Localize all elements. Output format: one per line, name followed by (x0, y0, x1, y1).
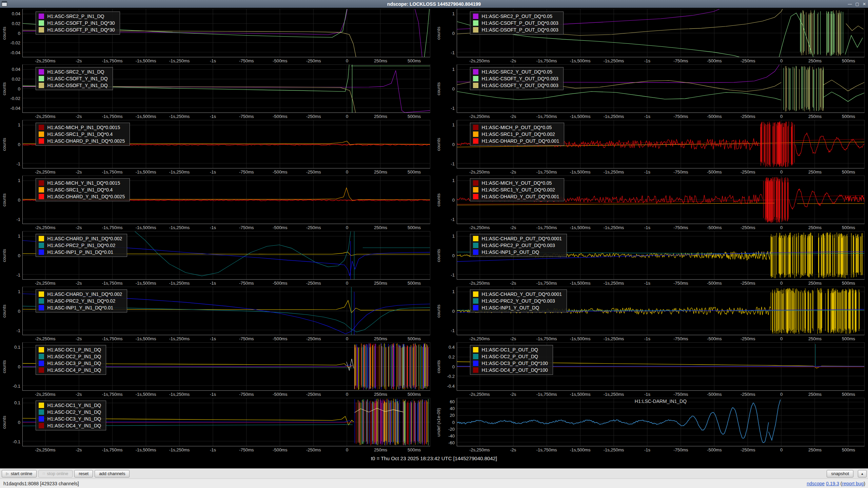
plot-canvas-r1c2[interactable]: H1:ASC-SRC2_P_OUT_DQ*0.05H1:ASC-CSOFT_P_… (457, 9, 865, 57)
plot-canvas-r8c1[interactable]: H1:ASC-DC1_Y_IN1_DQH1:ASC-DC2_Y_IN1_DQH1… (22, 398, 430, 446)
legend-color-swatch (39, 361, 44, 366)
legend-entry: H1:ASC-SRC1_Y_IN1_DQ*0.4 (39, 187, 125, 192)
plot-legend[interactable]: H1:ASC-CHARD_Y_OUT_DQ*0.0001H1:ASC-PRC2_… (470, 289, 567, 312)
legend-color-swatch (473, 347, 478, 352)
legend-entry: H1:ASC-CHARD_Y_IN1_DQ*0.002 (39, 291, 122, 297)
plot-canvas-r6c2[interactable]: H1:ASC-CHARD_Y_OUT_DQ*0.0001H1:ASC-PRC2_… (457, 287, 865, 335)
reset-button[interactable]: reset (74, 470, 93, 477)
legend-channel-label: H1:ASC-CSOFT_Y_IN1_DQ (47, 76, 107, 81)
plot-title: H1:LSC-DARM_IN1_DQ (457, 399, 864, 404)
legend-color-swatch (39, 236, 44, 241)
start-online-button[interactable]: ▷ start online (2, 470, 37, 477)
legend-channel-label: H1:ASC-DSOFT_Y_OUT_DQ*0.003 (481, 83, 558, 88)
legend-channel-label: H1:ASC-PRC2_P_OUT_DQ*0.003 (481, 243, 555, 248)
plot-canvas-r4c1[interactable]: H1:ASC-MICH_Y_IN1_DQ*0.0015H1:ASC-SRC1_Y… (22, 176, 430, 224)
plot-legend[interactable]: H1:ASC-MICH_Y_IN1_DQ*0.0015H1:ASC-SRC1_Y… (36, 178, 130, 201)
y-tick-labels: 10-1 (441, 176, 457, 224)
plot-canvas-r7c1[interactable]: H1:ASC-DC1_P_IN1_DQH1:ASC-DC2_P_IN1_DQH1… (22, 342, 430, 391)
plot-canvas-r3c1[interactable]: H1:ASC-MICH_P_IN1_DQ*0.0015H1:ASC-SRC1_P… (22, 120, 430, 168)
legend-entry: H1:ASC-CHARD_P_IN1_DQ*0.002 (39, 236, 122, 241)
expand-toolbar-button[interactable]: ▲ (858, 470, 867, 477)
plot-canvas-r3c2[interactable]: H1:ASC-MICH_P_OUT_DQ*0.05H1:ASC-SRC1_P_O… (457, 120, 865, 168)
plot-legend[interactable]: H1:ASC-SRC2_Y_OUT_DQ*0.05H1:ASC-CSOFT_Y_… (470, 67, 563, 90)
snapshot-button[interactable]: snapshot (827, 470, 853, 477)
maximize-icon[interactable]: ▢ (855, 2, 859, 6)
legend-color-swatch (473, 125, 478, 130)
legend-channel-label: H1:ASC-DSOFT_Y_IN1_DQ (47, 83, 107, 88)
legend-channel-label: H1:ASC-MICH_Y_IN1_DQ*0.0015 (47, 180, 120, 186)
plot-r2c2: counts10-1H1:ASC-SRC2_Y_OUT_DQ*0.05H1:AS… (436, 64, 867, 120)
plot-canvas-r2c1[interactable]: H1:ASC-SRC2_Y_IN1_DQH1:ASC-CSOFT_Y_IN1_D… (22, 64, 430, 113)
legend-entry: H1:ASC-DC1_P_OUT_DQ (473, 347, 548, 352)
x-tick-labels: -2s,250ms-2s-1s,750ms-1s,500ms-1s,250ms-… (22, 224, 430, 231)
legend-entry: H1:ASC-SRC1_P_OUT_DQ*0.002 (473, 131, 559, 137)
legend-color-swatch (39, 20, 44, 26)
t0-label: t0 = Thu Oct 23 2025 18:23:42 UTC [14452… (0, 455, 868, 463)
plot-canvas-r6c1[interactable]: H1:ASC-CHARD_Y_IN1_DQ*0.002H1:ASC-PRC2_Y… (22, 287, 430, 335)
x-tick-labels: -2s,250ms-2s-1s,750ms-1s,500ms-1s,250ms-… (457, 168, 865, 176)
plot-canvas-r7c2[interactable]: H1:ASC-DC1_P_OUT_DQH1:ASC-DC2_P_OUT_DQH1… (457, 342, 865, 391)
plot-legend[interactable]: H1:ASC-SRC2_P_OUT_DQ*0.05H1:ASC-CSOFT_P_… (470, 12, 563, 35)
add-channels-button[interactable]: add channels (95, 470, 130, 477)
legend-color-swatch (39, 69, 44, 75)
x-tick-labels: -2s,250ms-2s-1s,750ms-1s,500ms-1s,250ms-… (22, 280, 430, 287)
legend-entry: H1:ASC-SRC2_Y_OUT_DQ*0.05 (473, 69, 558, 75)
legend-entry: H1:ASC-SRC2_Y_IN1_DQ (39, 69, 107, 75)
plot-canvas-r4c2[interactable]: H1:ASC-MICH_Y_OUT_DQ*0.05H1:ASC-SRC1_Y_O… (457, 176, 865, 224)
ndscope-link[interactable]: ndscope (807, 481, 825, 486)
y-tick-labels: 10-1 (7, 287, 22, 335)
plot-legend[interactable]: H1:ASC-CHARD_Y_IN1_DQ*0.002H1:ASC-PRC2_Y… (36, 289, 127, 312)
legend-channel-label: H1:ASC-DC4_P_IN1_DQ (47, 367, 101, 373)
legend-color-swatch (39, 354, 44, 359)
plot-legend[interactable]: H1:ASC-DC1_P_IN1_DQH1:ASC-DC2_P_IN1_DQH1… (36, 345, 106, 375)
legend-entry: H1:ASC-DHARD_P_OUT_DQ*0.001 (473, 138, 559, 144)
window-titlebar[interactable]: ndscope: LOCKLOSS 1445279040.804199 — ▢ … (0, 0, 868, 8)
legend-entry: H1:ASC-DSOFT_Y_OUT_DQ*0.003 (473, 83, 558, 88)
legend-channel-label: H1:ASC-DC4_Y_IN1_DQ (47, 423, 101, 428)
legend-channel-label: H1:ASC-PRC2_P_IN1_DQ*0.02 (47, 243, 115, 248)
plot-canvas-r5c1[interactable]: H1:ASC-CHARD_P_IN1_DQ*0.002H1:ASC-PRC2_P… (22, 231, 430, 280)
legend-entry: H1:ASC-MICH_P_IN1_DQ*0.0015 (39, 125, 125, 130)
plot-legend[interactable]: H1:ASC-MICH_P_IN1_DQ*0.0015H1:ASC-SRC1_P… (36, 123, 130, 146)
legend-color-swatch (473, 236, 478, 241)
plot-legend[interactable]: H1:ASC-DC1_P_OUT_DQH1:ASC-DC2_P_OUT_DQH1… (470, 345, 553, 375)
plot-r8c2: undef (x1e-09)6040200-20-40-60H1:LSC-DAR… (436, 398, 867, 453)
version-link[interactable]: 0.19.3 (826, 481, 839, 486)
plot-legend[interactable]: H1:ASC-DC1_Y_IN1_DQH1:ASC-DC2_Y_IN1_DQH1… (36, 401, 106, 430)
close-icon[interactable]: ✕ (863, 2, 866, 6)
legend-entry: H1:ASC-INP1_Y_OUT_DQ (473, 305, 562, 310)
legend-color-swatch (473, 76, 478, 81)
plot-legend[interactable]: H1:ASC-SRC2_P_IN1_DQH1:ASC-CSOFT_P_IN1_D… (36, 12, 120, 35)
x-tick-labels: -2s,250ms-2s-1s,750ms-1s,500ms-1s,250ms-… (457, 391, 865, 398)
legend-entry: H1:ASC-DC4_Y_IN1_DQ (39, 423, 101, 428)
legend-entry: H1:ASC-DHARD_P_IN1_DQ*0.0025 (39, 138, 125, 144)
app-icon (2, 1, 7, 6)
stop-online-button[interactable]: □ stop online (38, 470, 73, 477)
plot-legend[interactable]: H1:ASC-MICH_P_OUT_DQ*0.05H1:ASC-SRC1_P_O… (470, 123, 564, 146)
plot-canvas-r5c2[interactable]: H1:ASC-CHARD_P_OUT_DQ*0.0001H1:ASC-PRC2_… (457, 231, 865, 280)
plot-canvas-r1c1[interactable]: H1:ASC-SRC2_P_IN1_DQH1:ASC-CSOFT_P_IN1_D… (22, 9, 430, 57)
legend-color-swatch (473, 249, 478, 255)
plot-legend[interactable]: H1:ASC-SRC2_Y_IN1_DQH1:ASC-CSOFT_Y_IN1_D… (36, 67, 113, 90)
plot-canvas-r2c2[interactable]: H1:ASC-SRC2_Y_OUT_DQ*0.05H1:ASC-CSOFT_Y_… (457, 64, 865, 113)
plot-canvas-r8c2[interactable]: H1:LSC-DARM_IN1_DQ (457, 398, 865, 446)
plot-legend[interactable]: H1:ASC-CHARD_P_OUT_DQ*0.0001H1:ASC-PRC2_… (470, 234, 567, 257)
plot-r5c1: counts10-1H1:ASC-CHARD_P_IN1_DQ*0.002H1:… (1, 231, 432, 287)
plot-r6c1: counts10-1H1:ASC-CHARD_Y_IN1_DQ*0.002H1:… (1, 287, 432, 342)
plot-legend[interactable]: H1:ASC-CHARD_P_IN1_DQ*0.002H1:ASC-PRC2_P… (36, 234, 127, 257)
legend-entry: H1:ASC-DC4_P_OUT_DQ*100 (473, 367, 548, 373)
legend-channel-label: H1:ASC-MICH_P_IN1_DQ*0.0015 (47, 125, 120, 130)
y-axis-label: counts (1, 64, 7, 113)
report-bug-link[interactable]: report bug (842, 481, 864, 486)
legend-entry: H1:ASC-DC4_P_IN1_DQ (39, 367, 101, 373)
minimize-icon[interactable]: — (848, 2, 852, 6)
y-axis-label: counts (1, 287, 7, 335)
y-axis-label: counts (1, 398, 7, 446)
legend-channel-label: H1:ASC-INP1_P_OUT_DQ (481, 249, 539, 255)
waveform-trace (824, 80, 864, 91)
plot-r1c1: counts0.040.020-0.02-0.04H1:ASC-SRC2_P_I… (1, 9, 432, 64)
plot-legend[interactable]: H1:ASC-MICH_Y_OUT_DQ*0.05H1:ASC-SRC1_Y_O… (470, 178, 564, 201)
y-tick-labels: 10-1 (7, 231, 22, 280)
legend-color-swatch (473, 305, 478, 310)
legend-entry: H1:ASC-CSOFT_P_OUT_DQ*0.003 (473, 20, 558, 26)
